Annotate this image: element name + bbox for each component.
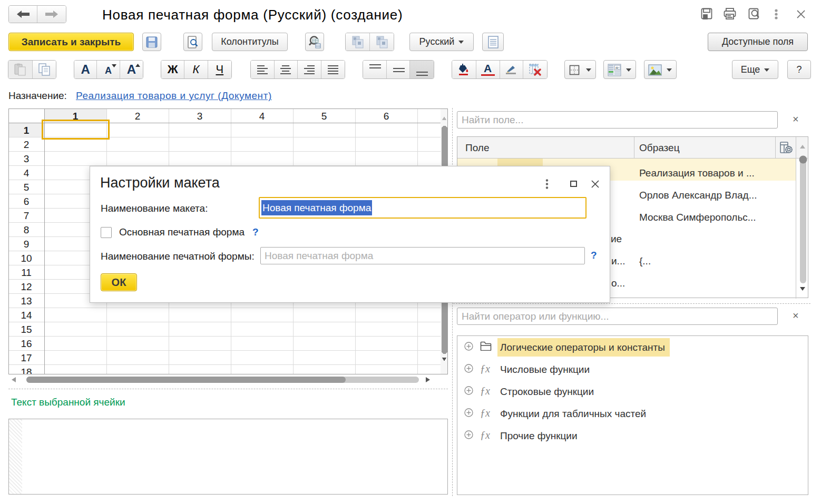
svg-text:3: 3 bbox=[197, 111, 203, 122]
svg-text:11: 11 bbox=[21, 267, 32, 278]
svg-text:4: 4 bbox=[259, 111, 265, 122]
svg-text:16: 16 bbox=[21, 338, 32, 349]
svg-text:R:: R: bbox=[615, 66, 620, 71]
svg-text:17: 17 bbox=[21, 352, 32, 363]
svg-text:12: 12 bbox=[21, 281, 32, 292]
svg-text:6: 6 bbox=[384, 111, 389, 122]
svg-text:5: 5 bbox=[321, 111, 327, 122]
svg-text:18: 18 bbox=[21, 367, 32, 374]
svg-text:13: 13 bbox=[21, 295, 32, 307]
svg-text:5: 5 bbox=[24, 182, 30, 193]
svg-text:15: 15 bbox=[21, 324, 32, 335]
svg-text:10: 10 bbox=[21, 253, 32, 264]
svg-text:6: 6 bbox=[24, 196, 30, 207]
svg-text:9: 9 bbox=[24, 239, 30, 250]
svg-text:4: 4 bbox=[24, 167, 30, 179]
svg-text:3: 3 bbox=[24, 153, 30, 164]
svg-text:7: 7 bbox=[24, 210, 30, 221]
svg-text:1: 1 bbox=[24, 125, 30, 136]
svg-text:2: 2 bbox=[135, 111, 141, 122]
svg-text:14: 14 bbox=[21, 310, 32, 321]
svg-text:8: 8 bbox=[24, 224, 30, 235]
svg-text:2: 2 bbox=[24, 139, 30, 150]
